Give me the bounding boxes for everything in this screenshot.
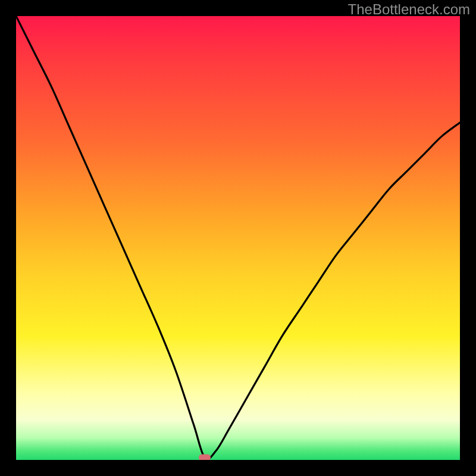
optimal-marker: [199, 455, 211, 460]
bottleneck-curve: [16, 16, 460, 459]
curve-svg: [16, 16, 460, 460]
plot-area: [16, 16, 460, 460]
chart-frame: TheBottleneck.com: [0, 0, 476, 476]
watermark-text: TheBottleneck.com: [348, 1, 470, 18]
